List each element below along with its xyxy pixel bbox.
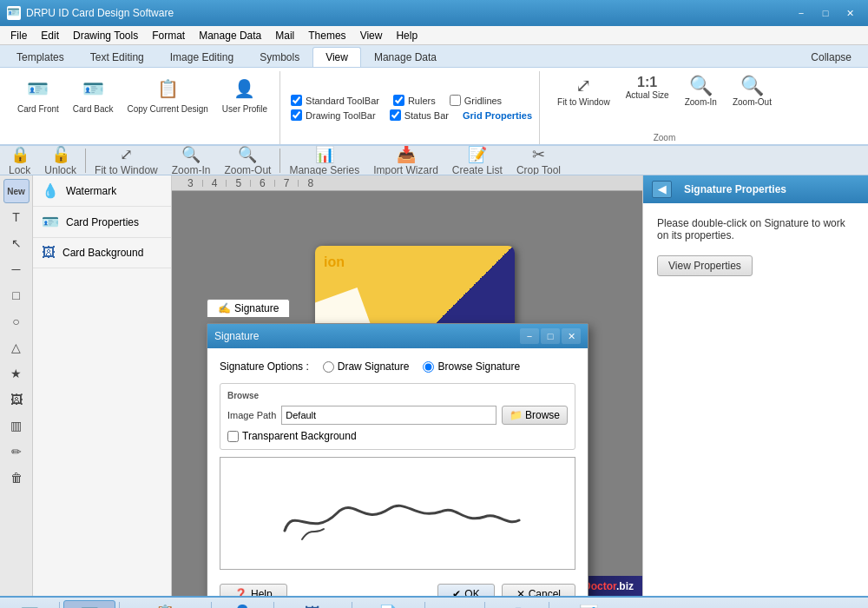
right-panel-content: Please double-click on Signature to work… bbox=[643, 203, 868, 596]
menu-themes[interactable]: Themes bbox=[301, 28, 352, 43]
zoom-out-toolbar-btn[interactable]: 🔍 Zoom-Out bbox=[219, 146, 276, 175]
menu-format[interactable]: Format bbox=[145, 28, 192, 43]
new-button[interactable]: New bbox=[3, 179, 30, 203]
bottom-card-batch[interactable]: 📊 Card Batch Data bbox=[553, 601, 625, 608]
bottom-sep-7 bbox=[484, 602, 485, 608]
manage-series-btn[interactable]: 📊 Manage Series bbox=[284, 146, 365, 175]
dialog-close-btn[interactable]: ✕ bbox=[562, 328, 581, 344]
menu-edit[interactable]: Edit bbox=[34, 28, 66, 43]
tab-text-editing[interactable]: Text Editing bbox=[77, 47, 157, 67]
bottom-export-image[interactable]: 🖼 Export as Image bbox=[278, 602, 349, 609]
browse-sig-option[interactable]: Browse Signature bbox=[423, 360, 520, 373]
signature-tab[interactable]: ✍ Signature bbox=[207, 299, 290, 317]
bottom-export-pdf[interactable]: 📄 Export as PDF bbox=[356, 601, 421, 608]
import-wizard-btn[interactable]: 📥 Import Wizard bbox=[368, 146, 444, 175]
image-path-input[interactable] bbox=[281, 406, 496, 425]
menu-mail[interactable]: Mail bbox=[268, 28, 301, 43]
triangle-tool[interactable]: △ bbox=[3, 335, 30, 360]
bottom-copy-current[interactable]: 📋 Copy current design bbox=[123, 601, 207, 608]
watermark-item[interactable]: 💧 Watermark bbox=[33, 175, 171, 207]
star-tool[interactable]: ★ bbox=[3, 361, 30, 386]
title-bar: 🪪 DRPU ID Card Design Software − □ ✕ bbox=[0, 0, 868, 26]
tab-templates[interactable]: Templates bbox=[3, 47, 77, 67]
collapse-button[interactable]: Collapse bbox=[798, 47, 865, 67]
card-background-item[interactable]: 🖼 Card Background bbox=[33, 238, 171, 268]
ok-button[interactable]: ✔ OK bbox=[437, 584, 494, 596]
line-tool[interactable]: ─ bbox=[3, 257, 30, 281]
card-back-icon: 🪪 bbox=[79, 75, 107, 102]
lock-btn[interactable]: 🔒 Lock bbox=[3, 146, 36, 175]
browse-button[interactable]: 📁 Browse bbox=[502, 406, 568, 425]
bottom-user-profile[interactable]: 👤 User Profile bbox=[215, 601, 270, 608]
bottom-card-back[interactable]: 🪪 Card Back bbox=[63, 600, 115, 608]
check-status-bar[interactable] bbox=[390, 109, 401, 121]
menu-file[interactable]: File bbox=[3, 28, 34, 43]
browse-sig-radio[interactable] bbox=[423, 361, 434, 373]
menu-view[interactable]: View bbox=[353, 28, 390, 43]
check-drawing-toolbar[interactable] bbox=[291, 109, 302, 121]
trash-tool[interactable]: 🗑 bbox=[3, 466, 30, 490]
check-gridlines[interactable] bbox=[450, 95, 461, 106]
card-back-btn[interactable]: 🪪 Card Back bbox=[68, 73, 119, 116]
menu-bar: File Edit Drawing Tools Format Manage Da… bbox=[0, 26, 868, 45]
cancel-button[interactable]: ✕ Cancel bbox=[502, 584, 575, 596]
check-rulers[interactable] bbox=[393, 95, 404, 106]
tab-symbols[interactable]: Symbols bbox=[247, 47, 312, 67]
card-front-btn[interactable]: 🪪 Card Front bbox=[12, 73, 64, 116]
image-tool[interactable]: 🖼 bbox=[3, 387, 30, 412]
design-buttons: 🪪 Card Front 🪪 Card Back 📋 Copy Current … bbox=[12, 73, 273, 142]
tab-view[interactable]: View bbox=[312, 47, 361, 67]
create-list-btn[interactable]: 📝 Create List bbox=[447, 146, 508, 175]
check-status-bar-label: Status Bar bbox=[404, 110, 449, 121]
bottom-send-mail[interactable]: ✉ Send Mail bbox=[429, 601, 481, 608]
sep2 bbox=[279, 149, 280, 173]
transparent-bg-check[interactable]: Transparent Background bbox=[227, 430, 568, 442]
watermark-label: Watermark bbox=[66, 185, 116, 197]
menu-drawing-tools[interactable]: Drawing Tools bbox=[66, 28, 145, 43]
browse-folder-icon: 📁 bbox=[510, 409, 523, 421]
zoom-in-btn[interactable]: 🔍 Zoom-In bbox=[678, 73, 724, 109]
help-button[interactable]: ❓ Help bbox=[220, 584, 287, 596]
unlock-icon: 🔓 bbox=[51, 146, 70, 164]
rect-tool[interactable]: □ bbox=[3, 283, 30, 307]
transparent-bg-checkbox[interactable] bbox=[227, 431, 239, 442]
minimize-button[interactable]: − bbox=[790, 4, 812, 22]
menu-help[interactable]: Help bbox=[389, 28, 424, 43]
barcode-tool[interactable]: ▥ bbox=[3, 413, 30, 438]
ellipse-tool[interactable]: ○ bbox=[3, 309, 30, 334]
card-properties-item[interactable]: 🪪 Card Properties bbox=[33, 207, 171, 238]
bottom-print-icon: 🖨 bbox=[509, 605, 524, 609]
ribbon-tabs: Templates Text Editing Image Editing Sym… bbox=[0, 45, 868, 68]
draw-sig-option[interactable]: Draw Signature bbox=[323, 360, 410, 373]
bottom-card-front[interactable]: 🪪 Card Front bbox=[3, 601, 56, 608]
eraser-tool[interactable]: ✏ bbox=[3, 439, 30, 464]
user-profile-btn[interactable]: 👤 User Profile bbox=[217, 73, 273, 116]
zoom-out-btn[interactable]: 🔍 Zoom-Out bbox=[726, 73, 779, 109]
fit-window-toolbar-btn[interactable]: ⤢ Fit to Window bbox=[89, 146, 163, 175]
text-tool[interactable]: T bbox=[3, 205, 30, 229]
dialog-maximize-btn[interactable]: □ bbox=[541, 328, 560, 344]
view-properties-button[interactable]: View Properties bbox=[657, 255, 753, 276]
copy-current-btn[interactable]: 📋 Copy Current Design bbox=[122, 73, 213, 116]
bottom-send-mail-icon: ✉ bbox=[448, 604, 461, 608]
check-gridlines-label: Gridlines bbox=[464, 96, 502, 106]
card-properties-label: Card Properties bbox=[66, 216, 139, 228]
tab-image-editing[interactable]: Image Editing bbox=[157, 47, 247, 67]
check-standard-toolbar[interactable] bbox=[291, 95, 302, 106]
select-tool[interactable]: ↖ bbox=[3, 231, 30, 255]
draw-sig-radio[interactable] bbox=[323, 361, 334, 373]
maximize-button[interactable]: □ bbox=[814, 4, 837, 22]
zoom-in-toolbar-btn[interactable]: 🔍 Zoom-In bbox=[167, 146, 216, 175]
fit-window-toolbar-icon: ⤢ bbox=[120, 146, 133, 164]
grid-properties-link[interactable]: Grid Properties bbox=[463, 110, 532, 121]
bottom-print-design[interactable]: 🖨 Print Design bbox=[489, 602, 545, 609]
dialog-minimize-btn[interactable]: − bbox=[520, 328, 539, 344]
unlock-btn[interactable]: 🔓 Unlock bbox=[39, 146, 82, 175]
fit-to-window-btn[interactable]: ⤢ Fit to Window bbox=[550, 73, 617, 109]
menu-manage-data[interactable]: Manage Data bbox=[192, 28, 268, 43]
nav-left-arrow[interactable]: ◀ bbox=[652, 181, 672, 198]
actual-size-btn[interactable]: 1:1 Actual Size bbox=[619, 73, 676, 109]
crop-tool-btn[interactable]: ✂ Crop Tool bbox=[511, 146, 566, 175]
close-button[interactable]: ✕ bbox=[838, 4, 861, 22]
tab-manage-data[interactable]: Manage Data bbox=[361, 47, 450, 67]
